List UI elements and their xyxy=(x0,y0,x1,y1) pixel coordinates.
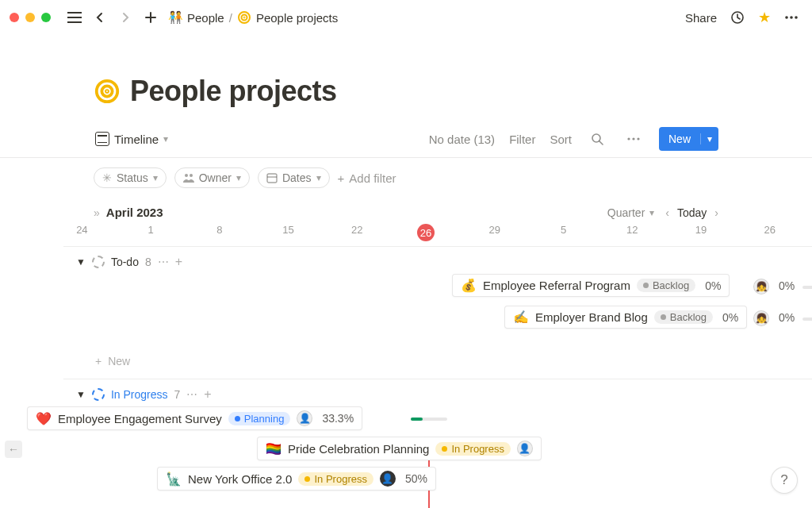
day-cell: 15 xyxy=(254,224,323,241)
day-cell: 22 xyxy=(323,224,392,241)
disclose-icon[interactable]: ▼ xyxy=(76,256,86,267)
filter-chip-owner[interactable]: Owner ▾ xyxy=(174,167,250,188)
timeline-card[interactable]: 💰Employee Referral ProgramBacklog0% xyxy=(452,274,730,297)
nav-back-icon[interactable] xyxy=(89,6,111,29)
help-button[interactable]: ? xyxy=(771,467,798,494)
timeline-card[interactable]: ✍️Employer Brand BlogBacklog0% xyxy=(504,306,747,329)
traffic-lights xyxy=(10,13,51,22)
filter-chip-dates[interactable]: Dates ▾ xyxy=(258,167,330,188)
svg-point-6 xyxy=(795,16,798,19)
group-header[interactable]: ▼In Progress7⋯+ xyxy=(63,387,812,402)
chip-label: Status xyxy=(117,171,148,184)
svg-point-2 xyxy=(243,17,245,18)
view-more-icon[interactable] xyxy=(622,128,645,150)
more-icon[interactable] xyxy=(780,6,802,29)
add-filter-label: Add filter xyxy=(349,171,396,185)
new-item-label: New xyxy=(108,355,130,368)
chevron-down-icon: ▾ xyxy=(153,172,158,183)
progress-percent: 50% xyxy=(405,472,427,485)
timeline: » April 2023 Quarter ▾ ‹ Today › 2418152… xyxy=(0,199,812,508)
people-emoji-icon: 🧑‍🤝‍🧑 xyxy=(168,10,182,25)
status-badge: Backlog xyxy=(654,310,713,324)
day-cell: 12 xyxy=(598,224,667,241)
status-icon: ✳︎ xyxy=(102,171,112,184)
group-add-icon[interactable]: + xyxy=(175,255,182,269)
progress-bar xyxy=(802,318,812,321)
share-button[interactable]: Share xyxy=(685,11,717,25)
chip-label: Dates xyxy=(282,171,312,184)
chevron-down-icon: ▾ xyxy=(316,172,321,183)
card-emoji-icon: 🗽 xyxy=(166,471,182,487)
favorite-star-icon[interactable]: ★ xyxy=(758,9,771,26)
new-button-chevron-icon[interactable]: ▾ xyxy=(700,133,718,144)
minimize-window[interactable] xyxy=(25,13,35,22)
plus-icon: + xyxy=(95,355,102,368)
disclose-icon[interactable]: ▼ xyxy=(76,389,86,400)
filter-chip-status[interactable]: ✳︎ Status ▾ xyxy=(94,167,167,188)
card-title: Employee Engagement Survey xyxy=(58,412,222,425)
svg-point-13 xyxy=(637,137,639,140)
breadcrumb-parent[interactable]: People xyxy=(187,11,224,25)
chevron-down-icon: ▾ xyxy=(649,207,654,218)
avatar: 👤 xyxy=(380,471,396,487)
page-title[interactable]: People projects xyxy=(130,75,337,108)
progress-percent: 33.3% xyxy=(322,412,354,425)
progress-percent: 0% xyxy=(722,311,738,324)
avatar: 👧 xyxy=(753,279,769,294)
status-badge: In Progress xyxy=(435,442,510,456)
timeline-card[interactable]: 🏳️‍🌈Pride Celebration PlanningIn Progres… xyxy=(257,437,542,460)
svg-point-8 xyxy=(102,86,112,96)
breadcrumb-current[interactable]: People projects xyxy=(256,11,338,25)
page-header: People projects xyxy=(0,35,812,127)
scroll-left-indicator[interactable]: ← xyxy=(5,441,22,458)
topbar-right: Share ★ xyxy=(685,6,802,29)
day-cell: 26 xyxy=(392,224,461,241)
progress-percent: 0% xyxy=(779,279,795,292)
timeline-card[interactable]: ❤️Employee Engagement SurveyPlanning👤33.… xyxy=(27,406,362,430)
search-icon[interactable] xyxy=(586,128,608,150)
filter-button[interactable]: Filter xyxy=(509,133,535,146)
status-badge: Backlog xyxy=(637,279,695,292)
day-cell: 26 xyxy=(735,224,804,241)
updates-icon[interactable] xyxy=(726,6,749,29)
sort-button[interactable]: Sort xyxy=(550,133,572,146)
timeline-card[interactable]: 🗽New York Office 2.0In Progress👤50% xyxy=(157,467,436,491)
prev-period-icon[interactable]: ‹ xyxy=(665,206,669,219)
expand-sidebar-icon[interactable]: » xyxy=(94,206,100,219)
day-cell: 24 xyxy=(48,224,117,241)
view-tab-timeline[interactable]: Timeline ▾ xyxy=(94,129,170,149)
svg-point-5 xyxy=(790,16,793,19)
hamburger-icon[interactable] xyxy=(63,6,86,29)
progress-bar xyxy=(802,286,812,289)
card-title: Pride Celebration Planning xyxy=(288,442,429,456)
chevron-down-icon: ▾ xyxy=(163,133,168,144)
new-item-button[interactable]: +New xyxy=(63,355,812,368)
avatar: 👤 xyxy=(297,410,312,426)
next-period-icon[interactable]: › xyxy=(714,206,718,219)
close-window[interactable] xyxy=(10,13,19,22)
range-selector[interactable]: Quarter ▾ xyxy=(607,206,654,219)
new-button[interactable]: New ▾ xyxy=(659,127,718,151)
group-more-icon[interactable]: ⋯ xyxy=(186,388,197,401)
add-filter-button[interactable]: + Add filter xyxy=(338,171,396,185)
group-cards: ❤️Employee Engagement SurveyPlanning👤33.… xyxy=(63,402,812,505)
nav-forward-icon[interactable] xyxy=(114,6,136,29)
maximize-window[interactable] xyxy=(41,13,51,22)
range-label: Quarter xyxy=(607,206,645,219)
svg-rect-16 xyxy=(267,174,277,183)
svg-point-15 xyxy=(190,174,193,177)
progress-percent: 0% xyxy=(705,279,721,292)
new-tab-icon[interactable] xyxy=(140,6,162,29)
status-badge: Planning xyxy=(228,412,291,425)
day-scale: 2418152226295121926 xyxy=(0,224,812,246)
group-more-icon[interactable]: ⋯ xyxy=(158,256,169,268)
timeline-groups: ▼To-do8⋯+💰Employee Referral ProgramBackl… xyxy=(0,246,812,508)
no-date-button[interactable]: No date (13) xyxy=(429,133,495,146)
svg-point-11 xyxy=(627,137,630,140)
group-header[interactable]: ▼To-do8⋯+ xyxy=(63,255,812,269)
person-icon xyxy=(183,173,194,183)
svg-point-14 xyxy=(185,174,188,177)
group-add-icon[interactable]: + xyxy=(204,387,211,402)
target-icon xyxy=(237,10,251,25)
today-button[interactable]: Today xyxy=(677,206,707,219)
